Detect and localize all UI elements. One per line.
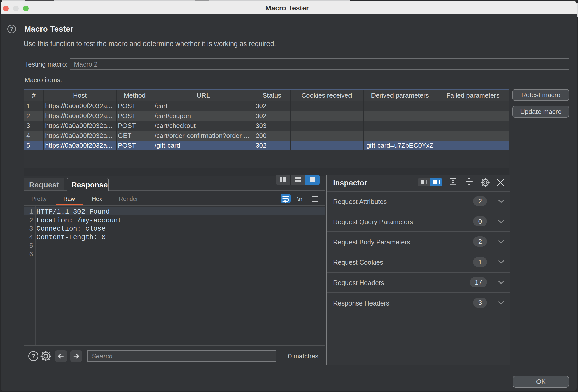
svg-text:?: ? xyxy=(31,352,35,360)
svg-text:?: ? xyxy=(10,26,14,32)
